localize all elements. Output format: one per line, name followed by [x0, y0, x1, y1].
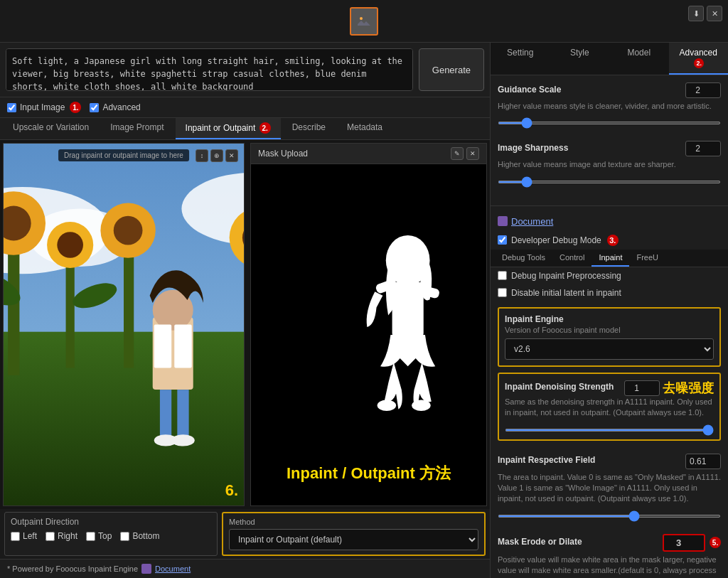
- right-tab-advanced[interactable]: Advanced 2.: [669, 43, 729, 75]
- disable-latent-label: Disable initial latent in inpaint: [511, 288, 621, 298]
- mask-close-icon[interactable]: ✕: [466, 147, 479, 160]
- respective-slider[interactable]: [498, 515, 721, 518]
- generate-button[interactable]: Generate: [419, 48, 484, 91]
- right-content: Guidance Scale Higher value means style …: [491, 75, 728, 578]
- svg-rect-35: [160, 390, 171, 440]
- svg-rect-37: [154, 325, 171, 368]
- image-sharpness-input[interactable]: [685, 141, 721, 156]
- outpaint-top[interactable]: Top: [86, 531, 112, 541]
- engine-label: Inpaint Engine: [505, 314, 714, 324]
- denoise-input[interactable]: [624, 380, 660, 396]
- inner-tab-freeu[interactable]: FreeU: [629, 250, 665, 267]
- outpaint-bottom[interactable]: Bottom: [120, 531, 159, 541]
- svg-point-47: [412, 400, 430, 411]
- developer-debug-checkbox[interactable]: [498, 235, 507, 245]
- source-image: [4, 144, 244, 505]
- mask-erode-section: Mask Erode or Dilate 5. Positive value w…: [491, 534, 728, 578]
- badge-2: 2.: [259, 122, 271, 134]
- right-tab-style[interactable]: Style: [550, 43, 610, 75]
- mask-panel-header: Mask Upload ✎ ✕: [251, 144, 486, 164]
- inner-tab-debug[interactable]: Debug Tools: [495, 250, 552, 267]
- denoise-strength-box: Inpaint Denoising Strength 去噪强度 Same as …: [498, 373, 721, 441]
- inner-tab-inpaint[interactable]: Inpaint: [592, 250, 629, 267]
- method-select[interactable]: Inpaint or Outpaint (default): [229, 529, 478, 550]
- right-tab-model[interactable]: Model: [609, 43, 669, 75]
- input-image-label: Input Image: [20, 102, 65, 112]
- img-icon-3[interactable]: ✕: [225, 149, 238, 162]
- guidance-scale-slider[interactable]: [498, 122, 721, 124]
- debug-preprocessing-row: Debug Inpaint Preprocessing: [491, 267, 728, 284]
- mask-erode-input[interactable]: [663, 534, 705, 552]
- advanced-checkbox[interactable]: Advanced: [90, 102, 140, 112]
- powered-by-text: * Powered by Fooocus Inpaint Engine: [7, 564, 138, 573]
- right-badge-2: 2.: [694, 58, 704, 68]
- mask-panel: Mask Upload ✎ ✕: [250, 143, 487, 506]
- right-panel: Setting Style Model Advanced 2. Guidance…: [491, 43, 728, 578]
- developer-debug-label: Developer Debug Mode: [511, 235, 601, 245]
- top-thumbnail: [350, 7, 378, 36]
- outpaint-right[interactable]: Right: [46, 531, 77, 541]
- mask-edit-icon[interactable]: ✎: [451, 147, 464, 160]
- img-icon-1[interactable]: ↕: [196, 149, 208, 162]
- badge-3: 3.: [607, 235, 619, 246]
- respective-input[interactable]: [685, 454, 721, 469]
- engine-select[interactable]: v2.6: [505, 338, 714, 360]
- svg-point-25: [114, 216, 143, 245]
- inner-tab-control[interactable]: Control: [552, 250, 592, 267]
- image-sharpness-section: Image Sharpness Higher value means image…: [491, 141, 728, 199]
- source-image-panel: Drag inpaint or outpaint image to here ↕…: [3, 143, 245, 506]
- close-button[interactable]: ✕: [707, 6, 722, 21]
- tab-describe[interactable]: Describe: [282, 118, 336, 139]
- debug-preprocessing-checkbox[interactable]: [498, 271, 507, 280]
- svg-point-23: [57, 232, 83, 258]
- bottom-doc-link[interactable]: Document: [155, 564, 191, 573]
- svg-rect-38: [174, 325, 191, 368]
- developer-debug-row: Developer Debug Mode 3.: [491, 231, 728, 250]
- engine-desc: Version of Fooocus inpaint model: [505, 326, 714, 334]
- guidance-scale-input[interactable]: [685, 82, 721, 98]
- tab-upscale[interactable]: Upscale or Variation: [3, 118, 99, 139]
- mask-upload-label: Mask Upload: [258, 149, 308, 159]
- right-tabs: Setting Style Model Advanced 2.: [491, 43, 728, 75]
- right-doc-link[interactable]: Document: [511, 216, 553, 227]
- image-panel-icons: ↕ ⊕ ✕: [196, 149, 238, 162]
- doc-icon: [141, 564, 151, 574]
- doc-section: Document: [491, 212, 728, 231]
- mask-erode-label: Mask Erode or Dilate: [498, 537, 582, 547]
- disable-latent-row: Disable initial latent in inpaint: [491, 284, 728, 301]
- svg-rect-12: [66, 252, 75, 368]
- doc-purple-icon: [498, 216, 508, 226]
- image-sharpness-slider[interactable]: [498, 181, 721, 183]
- badge-6-label: 6.: [225, 481, 238, 500]
- denoise-slider[interactable]: [505, 429, 714, 432]
- bottom-bar: * Powered by Fooocus Inpaint Engine Docu…: [0, 559, 490, 578]
- respective-label: Inpaint Respective Field: [498, 455, 595, 465]
- outpaint-left[interactable]: Left: [11, 531, 37, 541]
- img-icon-2[interactable]: ⊕: [210, 149, 223, 162]
- tab-image-prompt[interactable]: Image Prompt: [100, 118, 173, 139]
- svg-rect-0: [355, 13, 373, 30]
- main-layout: Generate Input Image 1. Advanced Upscale…: [0, 43, 728, 578]
- tab-inpaint[interactable]: Inpaint or Outpaint 2.: [176, 118, 281, 139]
- image-sharpness-desc: Higher value means image and texture are…: [498, 159, 721, 170]
- outpaint-checkboxes: Left Right Top Bottom: [11, 531, 211, 541]
- tab-metadata[interactable]: Metadata: [337, 118, 392, 139]
- outpaint-direction-title: Outpaint Direction: [11, 517, 211, 527]
- outpaint-direction-box: Outpaint Direction Left Right Top: [4, 512, 218, 556]
- svg-point-40: [171, 434, 195, 446]
- download-button[interactable]: ⬇: [688, 6, 704, 21]
- method-box: Method Inpaint or Outpaint (default): [222, 512, 486, 556]
- advanced-label: Advanced: [102, 102, 140, 112]
- disable-latent-checkbox[interactable]: [498, 288, 507, 297]
- image-sharpness-label: Image Sharpness: [498, 143, 568, 153]
- guidance-scale-section: Guidance Scale Higher value means style …: [491, 75, 728, 141]
- prompt-textarea[interactable]: [6, 48, 413, 91]
- inpaint-workspace: Drag inpaint or outpaint image to here ↕…: [0, 140, 490, 509]
- denoise-label: Inpaint Denoising Strength: [505, 382, 614, 392]
- input-image-checkbox[interactable]: Input Image 1.: [7, 102, 81, 113]
- svg-rect-36: [177, 390, 188, 440]
- svg-point-1: [360, 17, 363, 20]
- top-image-bar: ⬇ ✕: [0, 0, 728, 43]
- right-tab-setting[interactable]: Setting: [491, 43, 550, 75]
- left-tab-bar: Upscale or Variation Image Prompt Inpain…: [0, 118, 490, 140]
